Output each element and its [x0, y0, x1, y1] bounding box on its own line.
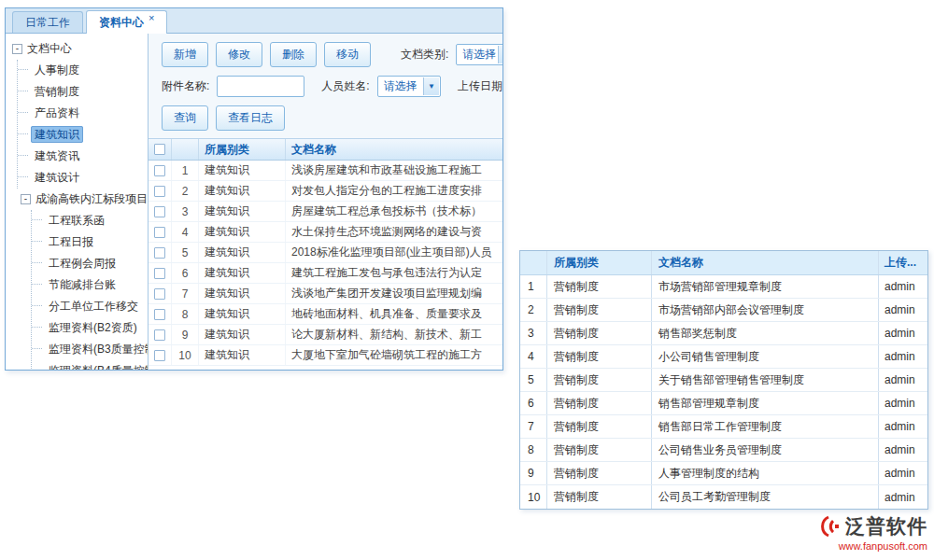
tree-item-label: 工程联系函 [45, 212, 108, 229]
tree-item-work-transfer[interactable]: 分工单位工作移交 [32, 296, 148, 317]
close-tab-icon[interactable]: × [149, 12, 154, 23]
tree-node-document-center[interactable]: - 文档中心 [12, 38, 148, 60]
table-row[interactable]: 4 营销制度 小公司销售管理制度 admin [520, 345, 927, 369]
tree-item-label: 产品资料 [31, 105, 83, 121]
table-row[interactable]: 2 营销制度 市场营销部内部会议管理制度 admin [520, 299, 927, 322]
table-row[interactable]: 1 建筑知识 浅谈房屋建筑和市政基础设施工程施工 [149, 161, 502, 181]
tree-item-supervision-b3[interactable]: 监理资料(B3质量控制) [32, 339, 148, 360]
move-button[interactable]: 移动 [324, 42, 371, 67]
tab-bar: 日常工作 资料中心 × [6, 8, 502, 34]
table-row[interactable]: 6 建筑知识 建筑工程施工发包与承包违法行为认定 [149, 263, 502, 284]
float-header-name[interactable]: 文档名称 [651, 251, 878, 274]
tree-node-project[interactable]: - 成渝高铁内江标段项目 [21, 189, 148, 210]
tab-data-center-label: 资料中心 [99, 15, 144, 31]
row-doc-name: 大厦地下室加气砼墙砌筑工程的施工方 [286, 345, 502, 365]
row-doc-name: 公司销售业务员管理制度 [651, 439, 878, 461]
query-button[interactable]: 查询 [162, 105, 208, 131]
table-row[interactable]: 8 建筑知识 地砖地面材料、机具准备、质量要求及 [149, 304, 502, 325]
row-number: 6 [520, 392, 546, 414]
row-checkbox[interactable] [154, 227, 165, 238]
person-select[interactable]: 请选择 ▼ [377, 76, 441, 97]
row-checkbox[interactable] [154, 288, 165, 300]
tree-root-label: 成渝高铁内江标段项目 [35, 191, 148, 207]
attachment-input[interactable] [217, 76, 304, 97]
row-doc-name: 小公司销售管理制度 [651, 345, 878, 368]
select-all-checkbox[interactable] [154, 144, 165, 155]
row-uploader: admin [878, 439, 927, 461]
row-number: 4 [520, 345, 546, 368]
add-button[interactable]: 新增 [162, 42, 208, 67]
table-row[interactable]: 10 建筑知识 大厦地下室加气砼墙砌筑工程的施工方 [149, 345, 502, 366]
table-row[interactable]: 7 营销制度 销售部日常工作管理制度 admin [520, 415, 927, 439]
person-label: 人员姓名: [321, 78, 369, 94]
tree-item-building-knowledge[interactable]: 建筑知识 [18, 124, 148, 146]
row-category: 建筑知识 [199, 325, 286, 344]
tree-item-building-design[interactable]: 建筑设计 [18, 167, 148, 189]
tree-item-supervision-b2[interactable]: 监理资料(B2资质) [32, 317, 148, 339]
row-doc-name: 市场营销部内部会议管理制度 [651, 299, 878, 321]
tree-item-hr-rules[interactable]: 人事制度 [18, 60, 148, 81]
tree-item-contact-letter[interactable]: 工程联系函 [32, 210, 148, 231]
screen: 日常工作 资料中心 × - 文档中心 人事制度 营销制度 产品资料 建筑知识 建… [0, 0, 934, 560]
table-row[interactable]: 5 营销制度 关于销售部管理销售管理制度 admin [520, 369, 927, 392]
table-row[interactable]: 6 营销制度 销售部管理规章制度 admin [520, 392, 927, 415]
row-category: 营销制度 [546, 275, 651, 298]
tree-item-daily-report[interactable]: 工程日报 [32, 231, 148, 253]
row-number: 10 [520, 485, 546, 509]
table-row[interactable]: 10 营销制度 公司员工考勤管理制度 admin [520, 485, 927, 509]
grid-header-category[interactable]: 所属别类 [199, 139, 286, 160]
float-header-uploader[interactable]: 上传... [878, 251, 927, 274]
tab-daily-work[interactable]: 日常工作 [12, 11, 83, 33]
float-header-category[interactable]: 所属别类 [546, 251, 651, 274]
delete-button[interactable]: 删除 [270, 42, 317, 67]
table-row[interactable]: 3 建筑知识 房屋建筑工程总承包投标书（技术标） [149, 202, 502, 222]
row-checkbox[interactable] [154, 206, 165, 217]
document-list-panel: 新增 修改 删除 移动 文档类别: 请选择 ▼ 文档 附件名称: 人员姓名: [149, 34, 502, 370]
logo-site-url: www.fanpusoft.com [819, 540, 927, 552]
row-checkbox[interactable] [154, 165, 165, 176]
tree-item-marketing-rules[interactable]: 营销制度 [18, 81, 148, 103]
row-checkbox[interactable] [154, 186, 165, 197]
row-checkbox[interactable] [154, 309, 165, 320]
row-doc-name: 市场营销部管理规章制度 [651, 275, 878, 298]
collapse-icon[interactable]: - [21, 194, 31, 204]
row-number: 2 [520, 299, 546, 321]
chevron-down-icon[interactable]: ▼ [498, 46, 502, 63]
table-row[interactable]: 2 建筑知识 对发包人指定分包的工程施工进度安排 [149, 181, 502, 202]
row-checkbox[interactable] [154, 350, 165, 361]
tree-item-energy-ledger[interactable]: 节能减排台账 [32, 274, 148, 296]
row-checkbox[interactable] [154, 329, 165, 341]
tree-item-building-news[interactable]: 建筑资讯 [18, 146, 148, 167]
table-row[interactable]: 3 营销制度 销售部奖惩制度 admin [520, 322, 927, 345]
table-row[interactable]: 1 营销制度 市场营销部管理规章制度 admin [520, 275, 927, 299]
table-row[interactable]: 5 建筑知识 2018标准化监理项目部(业主项目部)人员 [149, 243, 502, 263]
row-checkbox[interactable] [154, 247, 165, 259]
tab-data-center[interactable]: 资料中心 × [86, 10, 167, 34]
tree-item-product-docs[interactable]: 产品资料 [18, 103, 148, 124]
collapse-icon[interactable]: - [12, 44, 22, 54]
view-log-button[interactable]: 查看日志 [216, 105, 285, 131]
grid-header-name[interactable]: 文档名称 [286, 139, 502, 160]
row-category: 营销制度 [546, 485, 651, 509]
row-doc-name: 关于销售部管理销售管理制度 [651, 369, 878, 391]
table-row[interactable]: 9 营销制度 人事管理制度的结构 admin [520, 462, 927, 485]
tree-item-label: 建筑资讯 [31, 147, 83, 164]
document-center-window: 日常工作 资料中心 × - 文档中心 人事制度 营销制度 产品资料 建筑知识 建… [5, 7, 503, 371]
modify-button[interactable]: 修改 [216, 42, 262, 67]
row-category: 营销制度 [546, 369, 651, 391]
table-row[interactable]: 7 建筑知识 浅谈地产集团开发建设项目监理规划编 [149, 284, 502, 304]
category-select[interactable]: 请选择 ▼ [456, 44, 502, 65]
table-row[interactable]: 4 建筑知识 水土保持生态环境监测网络的建设与资 [149, 222, 502, 243]
table-row[interactable]: 9 建筑知识 论大厦新材料、新结构、新技术、新工 [149, 325, 502, 345]
row-category: 营销制度 [546, 439, 651, 461]
row-number: 1 [172, 161, 199, 180]
table-row[interactable]: 8 营销制度 公司销售业务员管理制度 admin [520, 439, 927, 462]
grid-header-number [172, 139, 199, 160]
tree-item-supervision-b4[interactable]: 监理资料(B4质量控制) [32, 360, 148, 370]
row-category: 建筑知识 [199, 284, 286, 303]
row-doc-name: 2018标准化监理项目部(业主项目部)人员 [286, 243, 502, 262]
tree-item-weekly-meeting[interactable]: 工程例会周报 [32, 253, 148, 274]
row-checkbox[interactable] [154, 268, 165, 279]
chevron-down-icon[interactable]: ▼ [423, 77, 439, 95]
tree-item-label: 营销制度 [31, 83, 83, 100]
